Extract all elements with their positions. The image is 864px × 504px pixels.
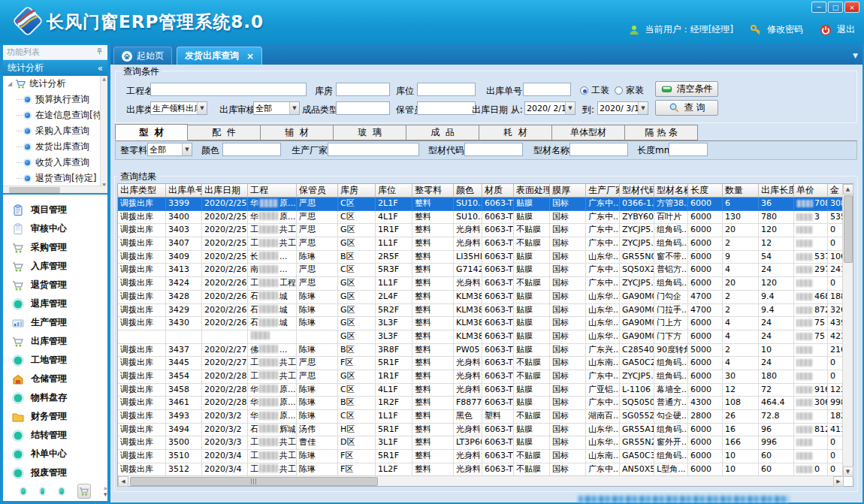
cell[interactable]: 2972 xyxy=(794,264,828,277)
cell[interactable]: G区 xyxy=(338,370,376,384)
cell[interactable]: 2020/2/27 xyxy=(202,344,248,358)
material-tab-2[interactable]: 配 件 xyxy=(188,125,261,140)
cell[interactable]: SQ5050T20 xyxy=(620,397,654,410)
cell[interactable]: 26 xyxy=(723,410,759,424)
material-tab-5[interactable]: 成 品 xyxy=(406,125,479,140)
cell[interactable]: 整料 xyxy=(412,370,454,384)
cell[interactable]: 门勾企 xyxy=(654,291,688,304)
cell[interactable]: 塑料 xyxy=(482,410,514,424)
cell[interactable]: 国标 xyxy=(550,224,586,237)
cell[interactable]: 2020/2/25 xyxy=(202,251,248,264)
cell[interactable]: GA90M07... xyxy=(620,304,654,318)
cell[interactable]: 调拨出库 xyxy=(118,211,166,225)
cell[interactable]: 1L1F xyxy=(376,277,412,291)
sidebar-item-财务管理[interactable]: 财务管理 xyxy=(3,407,107,426)
cell[interactable]: 南... xyxy=(248,264,297,277)
sidebar-item-工地管理[interactable]: 工地管理 xyxy=(3,351,107,370)
cell[interactable]: 门拉手... xyxy=(654,304,688,318)
cell[interactable]: 2020/2/26 xyxy=(202,264,248,277)
column-header[interactable]: 数量 xyxy=(723,184,759,198)
cell[interactable]: 2020/2/26 xyxy=(202,317,248,330)
cell[interactable]: 调拨出库 xyxy=(118,344,166,358)
cell[interactable]: 调拨出库 xyxy=(118,384,166,397)
collapse-icon[interactable]: « xyxy=(98,63,103,74)
tree-horizontal-scrollbar[interactable] xyxy=(3,186,107,193)
cell[interactable]: 国标 xyxy=(550,198,586,211)
cell[interactable]: 10 xyxy=(723,450,759,463)
cell[interactable]: 439 xyxy=(828,317,844,330)
cell[interactable]: 9.4 xyxy=(759,304,794,318)
cell[interactable]: 国标 xyxy=(550,436,586,450)
cell[interactable]: 光身料 xyxy=(454,357,482,370)
cell[interactable]: 6063-T5 xyxy=(482,237,514,251)
cell[interactable]: 调拨出库 xyxy=(118,224,166,237)
cell[interactable]: 535 xyxy=(828,211,844,225)
grid-vertical-scrollbar[interactable]: ▲ ▼ xyxy=(842,184,853,477)
date-to-picker[interactable]: 2020/ 3/16▼ xyxy=(597,101,648,115)
tab-home[interactable]: 起始页 xyxy=(113,47,172,65)
cell[interactable]: 整料 xyxy=(412,224,454,237)
cell[interactable]: 整料 xyxy=(412,237,454,251)
cell[interactable]: 1R1F xyxy=(376,370,412,384)
cell[interactable]: 国标 xyxy=(550,384,586,397)
cell[interactable]: 5000 xyxy=(688,344,723,358)
cell[interactable]: 0 xyxy=(828,224,844,237)
column-header[interactable]: 出库类型 xyxy=(118,184,166,198)
cell[interactable]: 6000 xyxy=(688,436,723,450)
cell[interactable]: 2020/2/25 xyxy=(202,224,248,237)
cell[interactable]: 整料 xyxy=(412,424,454,437)
cell[interactable] xyxy=(794,370,828,384)
cell[interactable]: 812 xyxy=(794,424,828,437)
cell[interactable]: 1R2F xyxy=(376,397,412,410)
cell[interactable]: 106 xyxy=(828,251,844,264)
cell[interactable]: 陈琳 xyxy=(297,291,338,304)
tree-item[interactable]: 预算执行查询 xyxy=(3,92,107,107)
cell[interactable]: 123 xyxy=(828,384,844,397)
cell[interactable]: 120 xyxy=(759,224,794,237)
cell[interactable]: 3458 xyxy=(166,384,202,397)
cell[interactable]: 调拨出库 xyxy=(118,463,166,477)
cell[interactable]: 工共工程 xyxy=(248,450,297,463)
cell[interactable]: 2020/2/26 xyxy=(202,277,248,291)
cell[interactable]: 山东南... xyxy=(586,357,620,370)
date-from-picker[interactable]: 2020/ 2/16▼ xyxy=(524,101,575,115)
cell[interactable]: 6063-T5 xyxy=(482,384,514,397)
cell[interactable]: 陈琳 xyxy=(297,410,338,424)
keeper-input[interactable] xyxy=(417,101,476,115)
cell[interactable]: 5R1F xyxy=(376,450,412,463)
cell[interactable]: 0 xyxy=(828,370,844,384)
cell[interactable]: 广东中... xyxy=(586,224,620,237)
cell[interactable]: 0 xyxy=(828,357,844,370)
cell[interactable]: 6063-T5 xyxy=(482,264,514,277)
cell[interactable]: 0 xyxy=(828,237,844,251)
profile-code-input[interactable] xyxy=(464,143,523,156)
cell[interactable]: C区 xyxy=(338,264,376,277)
cell[interactable]: 6000 xyxy=(688,384,723,397)
product-type-input[interactable] xyxy=(336,101,390,115)
cell[interactable]: 佛... xyxy=(248,344,297,358)
cell[interactable]: 整料 xyxy=(412,344,454,358)
cell[interactable]: 708 xyxy=(794,198,828,211)
cell[interactable]: 30 xyxy=(723,370,759,384)
cell[interactable]: 3445 xyxy=(166,357,202,370)
table-row[interactable]: 调拨出库34452020/2/27工共工程严思F区5R1F整料光身料6063-T… xyxy=(118,357,853,370)
color-input[interactable] xyxy=(222,143,281,156)
cell[interactable]: 广东中... xyxy=(586,198,620,211)
cell[interactable]: 贴膜 xyxy=(514,291,550,304)
cell[interactable]: 6063-T5 xyxy=(482,463,514,477)
cell[interactable]: 6063-T5 xyxy=(482,304,514,318)
cell[interactable]: F区 xyxy=(338,463,376,477)
scroll-up-icon[interactable]: ▲ xyxy=(843,184,853,195)
sidebar-item-采购管理[interactable]: 采购管理 xyxy=(3,238,107,257)
cell[interactable] xyxy=(794,277,828,291)
cell[interactable]: 山东华... xyxy=(586,291,620,304)
cell[interactable]: 广亚铝... xyxy=(586,384,620,397)
cell[interactable]: 国标 xyxy=(550,277,586,291)
cell[interactable]: 75 xyxy=(794,330,828,344)
module-dot-icon[interactable] xyxy=(39,487,47,496)
sidebar-item-补单中心[interactable]: 补单中心 xyxy=(3,445,107,463)
cell[interactable]: 10 xyxy=(723,463,759,477)
cell[interactable]: 国标 xyxy=(550,264,586,277)
cell[interactable]: 6000 xyxy=(688,317,723,330)
sidebar-item-审核中心[interactable]: 审核中心 xyxy=(3,219,107,238)
